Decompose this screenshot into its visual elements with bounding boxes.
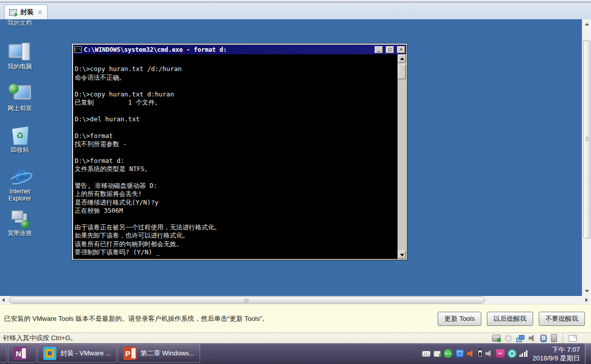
usb-icon[interactable]: [551, 334, 557, 342]
onenote-taskbar-button[interactable]: N: [8, 344, 37, 362]
volume-muted-icon[interactable]: [485, 350, 493, 357]
console-line: 找不到所需参数 -: [75, 140, 396, 148]
desktop-icon[interactable]: 宽带连接: [2, 207, 38, 249]
vm-horizontal-scrollbar-thumb[interactable]: [9, 296, 485, 304]
console-line: 警告, 非移动磁盘驱动器 D:: [75, 182, 396, 190]
cmd-console[interactable]: D:\>copy huran.txt /d:/huran命令语法不正确。D:\>…: [73, 54, 406, 259]
console-line: [75, 107, 396, 115]
desktop-icon[interactable]: 我的电脑: [2, 41, 38, 82]
scroll-right-icon[interactable]: [583, 297, 589, 303]
desktop-icon[interactable]: 网上邻居: [2, 82, 38, 124]
cmd-window-title: C:\WINDOWS\system32\cmd.exe - format d:: [84, 46, 372, 53]
console-line: 是否继续进行格式化(Y/N)?y: [75, 198, 396, 207]
cmd-scrollbar-thumb[interactable]: [398, 64, 406, 79]
console-line: 要强制卸下该卷吗? (Y/N) _: [75, 248, 396, 256]
vmware-workstation-window: 封装 ✕ 我的文档 我的电脑 网上邻居 回收站: [0, 0, 591, 364]
desktop-icon-label: 宽带连接: [2, 229, 38, 237]
bluetooth-icon[interactable]: B: [540, 335, 547, 342]
console-line: 上的所有数据将会丢失!: [75, 190, 396, 198]
desktop-icon[interactable]: 我的文档: [2, 19, 38, 41]
windows-taskbar[interactable]: N 封装 - VMware ... P 第二章 Windows... ✂ 下午 …: [0, 343, 591, 364]
remind-later-button[interactable]: 以后提醒我: [487, 312, 533, 326]
vm-tab-label: 封装: [20, 8, 34, 17]
console-line: 命令语法不正确。: [75, 74, 396, 82]
tools-message: 已安装的 VMware Tools 版本不是最新的。请登录客户机操作系统，然后单…: [4, 314, 438, 323]
sound-app-icon[interactable]: [467, 350, 475, 357]
vmware-status-bar: 针移入其中或按 Ctrl+G。 B: [0, 333, 591, 343]
desktop-icon[interactable]: 回收站: [2, 124, 38, 166]
console-line: 已复制 1 个文件。: [75, 98, 396, 107]
system-tray: ✂: [419, 343, 531, 364]
vmware-tray-icon[interactable]: [434, 351, 441, 357]
console-output: D:\>copy huran.txt /d:/huran命令语法不正确。D:\>…: [73, 54, 398, 259]
sound-icon[interactable]: [529, 335, 536, 342]
console-line: [75, 174, 396, 182]
vm-vertical-scrollbar[interactable]: [582, 19, 591, 296]
minimize-button[interactable]: _: [375, 46, 383, 53]
console-line: D:\>copy huran.txt /d:/huran: [75, 65, 396, 73]
taskbar-button-label: 封装 - VMware ...: [60, 349, 111, 358]
cmd-window[interactable]: C:\ C:\WINDOWS\system32\cmd.exe - format…: [72, 43, 408, 260]
scroll-down-icon[interactable]: [583, 287, 591, 295]
vm-horizontal-scrollbar[interactable]: [0, 296, 591, 304]
console-line: D:\>copy huran.txt d:huran: [75, 90, 396, 98]
desktop-icon-label: Internet Explorer: [2, 188, 38, 202]
scroll-up-icon[interactable]: [583, 20, 591, 28]
vmware-tools-notification-bar: 已安装的 VMware Tools 版本不是最新的。请登录客户机操作系统，然后单…: [0, 304, 591, 333]
network-signal-icon[interactable]: [519, 350, 528, 357]
maximize-button[interactable]: □: [386, 46, 394, 53]
never-remind-button[interactable]: 不要提醒我: [539, 312, 585, 326]
hard-disk-icon[interactable]: [492, 335, 501, 342]
network-places-icon: [8, 82, 32, 105]
blue-app-icon[interactable]: [455, 349, 464, 358]
window-top-strip: [0, 0, 591, 3]
show-desktop-button[interactable]: [585, 343, 591, 364]
desktop-icon-label: 回收站: [2, 146, 38, 153]
message-log-icon[interactable]: [569, 335, 577, 342]
clock-time: 下午 7:07: [533, 345, 580, 354]
vm-display-area[interactable]: 我的文档 我的电脑 网上邻居 回收站 Internet Explorer 宽带连…: [0, 19, 591, 296]
cmd-title-bar[interactable]: C:\ C:\WINDOWS\system32\cmd.exe - format…: [73, 45, 406, 54]
vm-vertical-scrollbar-thumb[interactable]: [583, 41, 590, 239]
console-line: [75, 148, 396, 156]
console-line: [75, 123, 396, 131]
app-icon: P: [123, 347, 137, 360]
desktop-icon-list: 我的文档 我的电脑 网上邻居 回收站 Internet Explorer 宽带连…: [2, 19, 38, 249]
taskbar-button-partial[interactable]: [0, 344, 7, 362]
vm-tab[interactable]: 封装 ✕: [4, 5, 48, 19]
my-computer-icon: [8, 41, 32, 63]
desktop-icon[interactable]: Internet Explorer: [2, 166, 38, 207]
console-line: 正在校验 3506M: [75, 207, 396, 215]
powerpoint-taskbar-button[interactable]: P 第二章 Windows...: [118, 344, 200, 362]
app-icon: N: [14, 347, 27, 360]
console-line: D:\>format: [75, 132, 396, 140]
divider[interactable]: [563, 334, 563, 342]
update-tools-button[interactable]: 更新 Tools: [438, 312, 481, 326]
tab-close-icon[interactable]: ✕: [37, 9, 43, 16]
scroll-up-icon[interactable]: [398, 55, 406, 62]
taskbar-buttons: N 封装 - VMware ... P 第二章 Windows...: [0, 343, 201, 364]
vm-tab-bar: 封装 ✕: [0, 3, 591, 19]
internet-explorer-icon: [8, 166, 32, 188]
close-button[interactable]: ✕: [397, 46, 405, 53]
taskbar-button-label: 第二章 Windows...: [141, 349, 194, 358]
broadband-connection-icon: [8, 207, 32, 229]
cd-rom-icon[interactable]: [505, 335, 512, 342]
console-line: 由于该卷正在被另一个过程使用，无法进行格式化。: [75, 223, 396, 231]
screenshot-tool-icon[interactable]: ✂: [496, 349, 505, 358]
wechat-icon[interactable]: [444, 349, 452, 358]
console-line: 如果先卸下该卷，也许可以进行格式化。: [75, 231, 396, 240]
app-icon: [43, 347, 56, 360]
desktop-icon-label: 我的文档: [2, 19, 38, 26]
scroll-down-icon[interactable]: [398, 251, 406, 258]
taskbar-clock[interactable]: 下午 7:07 2018/9/9 星期日: [531, 343, 585, 364]
touch-keyboard-icon[interactable]: [422, 351, 431, 357]
cmd-icon: C:\: [74, 46, 82, 53]
battery-icon[interactable]: [478, 350, 482, 357]
vmware-taskbar-button[interactable]: 封装 - VMware ...: [38, 344, 117, 362]
camera-app-icon[interactable]: [508, 349, 516, 358]
network-adapter-icon[interactable]: [519, 335, 524, 340]
desktop-icon-label: 网上邻居: [2, 105, 38, 112]
cmd-scrollbar[interactable]: [398, 54, 406, 259]
scroll-left-icon[interactable]: [1, 297, 7, 303]
